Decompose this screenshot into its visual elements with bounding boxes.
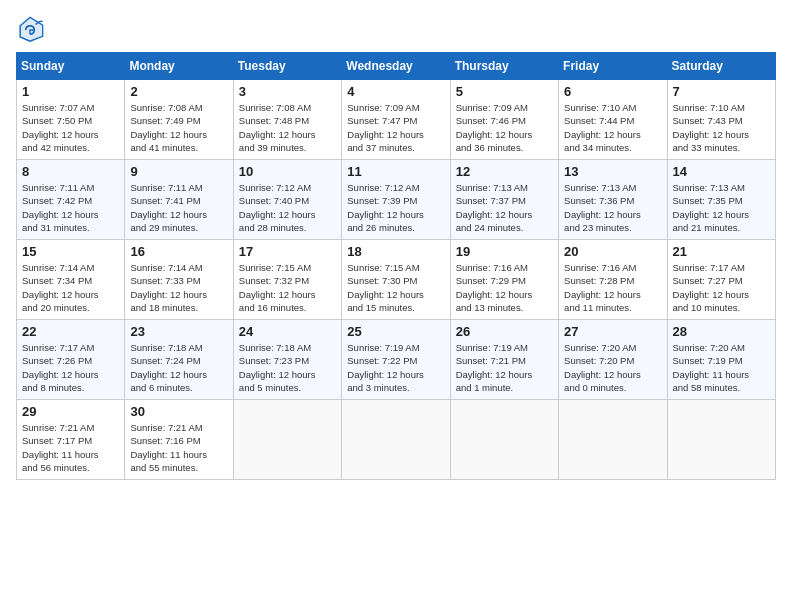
page-header: [16, 16, 776, 44]
day-number: 11: [347, 164, 444, 179]
day-number: 1: [22, 84, 119, 99]
calendar-cell-25: 25Sunrise: 7:19 AMSunset: 7:22 PMDayligh…: [342, 320, 450, 400]
day-info: Sunrise: 7:19 AMSunset: 7:22 PMDaylight:…: [347, 341, 444, 394]
calendar-header-thursday: Thursday: [450, 53, 558, 80]
day-info: Sunrise: 7:17 AMSunset: 7:27 PMDaylight:…: [673, 261, 770, 314]
calendar-cell-11: 11Sunrise: 7:12 AMSunset: 7:39 PMDayligh…: [342, 160, 450, 240]
calendar-cell-27: 27Sunrise: 7:20 AMSunset: 7:20 PMDayligh…: [559, 320, 667, 400]
day-info: Sunrise: 7:15 AMSunset: 7:32 PMDaylight:…: [239, 261, 336, 314]
calendar-cell-28: 28Sunrise: 7:20 AMSunset: 7:19 PMDayligh…: [667, 320, 775, 400]
calendar-cell-30: 30Sunrise: 7:21 AMSunset: 7:16 PMDayligh…: [125, 400, 233, 480]
calendar-cell-13: 13Sunrise: 7:13 AMSunset: 7:36 PMDayligh…: [559, 160, 667, 240]
calendar-header-friday: Friday: [559, 53, 667, 80]
calendar-cell-1: 1Sunrise: 7:07 AMSunset: 7:50 PMDaylight…: [17, 80, 125, 160]
day-number: 25: [347, 324, 444, 339]
calendar-header-tuesday: Tuesday: [233, 53, 341, 80]
day-number: 12: [456, 164, 553, 179]
calendar-header-monday: Monday: [125, 53, 233, 80]
day-info: Sunrise: 7:18 AMSunset: 7:24 PMDaylight:…: [130, 341, 227, 394]
calendar-cell-21: 21Sunrise: 7:17 AMSunset: 7:27 PMDayligh…: [667, 240, 775, 320]
day-info: Sunrise: 7:11 AMSunset: 7:41 PMDaylight:…: [130, 181, 227, 234]
calendar-cell-17: 17Sunrise: 7:15 AMSunset: 7:32 PMDayligh…: [233, 240, 341, 320]
day-info: Sunrise: 7:14 AMSunset: 7:33 PMDaylight:…: [130, 261, 227, 314]
day-number: 21: [673, 244, 770, 259]
calendar-cell-14: 14Sunrise: 7:13 AMSunset: 7:35 PMDayligh…: [667, 160, 775, 240]
day-number: 30: [130, 404, 227, 419]
calendar-cell-12: 12Sunrise: 7:13 AMSunset: 7:37 PMDayligh…: [450, 160, 558, 240]
day-info: Sunrise: 7:13 AMSunset: 7:37 PMDaylight:…: [456, 181, 553, 234]
day-number: 8: [22, 164, 119, 179]
calendar-header-row: SundayMondayTuesdayWednesdayThursdayFrid…: [17, 53, 776, 80]
calendar-cell-19: 19Sunrise: 7:16 AMSunset: 7:29 PMDayligh…: [450, 240, 558, 320]
calendar-week-row-5: 29Sunrise: 7:21 AMSunset: 7:17 PMDayligh…: [17, 400, 776, 480]
calendar-week-row-2: 8Sunrise: 7:11 AMSunset: 7:42 PMDaylight…: [17, 160, 776, 240]
calendar-cell-24: 24Sunrise: 7:18 AMSunset: 7:23 PMDayligh…: [233, 320, 341, 400]
day-info: Sunrise: 7:09 AMSunset: 7:46 PMDaylight:…: [456, 101, 553, 154]
day-info: Sunrise: 7:19 AMSunset: 7:21 PMDaylight:…: [456, 341, 553, 394]
calendar-cell-empty: [450, 400, 558, 480]
day-number: 4: [347, 84, 444, 99]
day-info: Sunrise: 7:12 AMSunset: 7:39 PMDaylight:…: [347, 181, 444, 234]
calendar-cell-29: 29Sunrise: 7:21 AMSunset: 7:17 PMDayligh…: [17, 400, 125, 480]
day-number: 20: [564, 244, 661, 259]
day-info: Sunrise: 7:16 AMSunset: 7:28 PMDaylight:…: [564, 261, 661, 314]
calendar-cell-6: 6Sunrise: 7:10 AMSunset: 7:44 PMDaylight…: [559, 80, 667, 160]
calendar-cell-26: 26Sunrise: 7:19 AMSunset: 7:21 PMDayligh…: [450, 320, 558, 400]
day-info: Sunrise: 7:17 AMSunset: 7:26 PMDaylight:…: [22, 341, 119, 394]
day-number: 13: [564, 164, 661, 179]
day-info: Sunrise: 7:07 AMSunset: 7:50 PMDaylight:…: [22, 101, 119, 154]
calendar-cell-3: 3Sunrise: 7:08 AMSunset: 7:48 PMDaylight…: [233, 80, 341, 160]
day-info: Sunrise: 7:08 AMSunset: 7:49 PMDaylight:…: [130, 101, 227, 154]
calendar-week-row-3: 15Sunrise: 7:14 AMSunset: 7:34 PMDayligh…: [17, 240, 776, 320]
day-info: Sunrise: 7:16 AMSunset: 7:29 PMDaylight:…: [456, 261, 553, 314]
calendar-week-row-4: 22Sunrise: 7:17 AMSunset: 7:26 PMDayligh…: [17, 320, 776, 400]
day-number: 24: [239, 324, 336, 339]
calendar-header-saturday: Saturday: [667, 53, 775, 80]
day-number: 28: [673, 324, 770, 339]
calendar-cell-20: 20Sunrise: 7:16 AMSunset: 7:28 PMDayligh…: [559, 240, 667, 320]
calendar-cell-2: 2Sunrise: 7:08 AMSunset: 7:49 PMDaylight…: [125, 80, 233, 160]
calendar-cell-7: 7Sunrise: 7:10 AMSunset: 7:43 PMDaylight…: [667, 80, 775, 160]
day-info: Sunrise: 7:09 AMSunset: 7:47 PMDaylight:…: [347, 101, 444, 154]
calendar-cell-18: 18Sunrise: 7:15 AMSunset: 7:30 PMDayligh…: [342, 240, 450, 320]
logo-icon: [16, 16, 44, 44]
calendar-cell-9: 9Sunrise: 7:11 AMSunset: 7:41 PMDaylight…: [125, 160, 233, 240]
day-number: 19: [456, 244, 553, 259]
day-number: 14: [673, 164, 770, 179]
calendar-cell-empty: [559, 400, 667, 480]
day-info: Sunrise: 7:10 AMSunset: 7:43 PMDaylight:…: [673, 101, 770, 154]
day-info: Sunrise: 7:20 AMSunset: 7:20 PMDaylight:…: [564, 341, 661, 394]
calendar-week-row-1: 1Sunrise: 7:07 AMSunset: 7:50 PMDaylight…: [17, 80, 776, 160]
day-info: Sunrise: 7:21 AMSunset: 7:17 PMDaylight:…: [22, 421, 119, 474]
day-number: 23: [130, 324, 227, 339]
calendar-cell-22: 22Sunrise: 7:17 AMSunset: 7:26 PMDayligh…: [17, 320, 125, 400]
day-number: 29: [22, 404, 119, 419]
day-info: Sunrise: 7:10 AMSunset: 7:44 PMDaylight:…: [564, 101, 661, 154]
day-info: Sunrise: 7:08 AMSunset: 7:48 PMDaylight:…: [239, 101, 336, 154]
day-number: 10: [239, 164, 336, 179]
day-info: Sunrise: 7:18 AMSunset: 7:23 PMDaylight:…: [239, 341, 336, 394]
calendar-header-sunday: Sunday: [17, 53, 125, 80]
calendar-cell-23: 23Sunrise: 7:18 AMSunset: 7:24 PMDayligh…: [125, 320, 233, 400]
day-number: 2: [130, 84, 227, 99]
calendar-cell-empty: [233, 400, 341, 480]
day-number: 26: [456, 324, 553, 339]
day-number: 17: [239, 244, 336, 259]
day-info: Sunrise: 7:13 AMSunset: 7:35 PMDaylight:…: [673, 181, 770, 234]
day-info: Sunrise: 7:13 AMSunset: 7:36 PMDaylight:…: [564, 181, 661, 234]
calendar-cell-8: 8Sunrise: 7:11 AMSunset: 7:42 PMDaylight…: [17, 160, 125, 240]
day-info: Sunrise: 7:20 AMSunset: 7:19 PMDaylight:…: [673, 341, 770, 394]
day-number: 6: [564, 84, 661, 99]
calendar-table: SundayMondayTuesdayWednesdayThursdayFrid…: [16, 52, 776, 480]
day-number: 27: [564, 324, 661, 339]
logo: [16, 16, 48, 44]
day-number: 22: [22, 324, 119, 339]
day-number: 18: [347, 244, 444, 259]
calendar-cell-4: 4Sunrise: 7:09 AMSunset: 7:47 PMDaylight…: [342, 80, 450, 160]
day-number: 15: [22, 244, 119, 259]
calendar-cell-15: 15Sunrise: 7:14 AMSunset: 7:34 PMDayligh…: [17, 240, 125, 320]
day-number: 9: [130, 164, 227, 179]
calendar-cell-empty: [342, 400, 450, 480]
day-info: Sunrise: 7:11 AMSunset: 7:42 PMDaylight:…: [22, 181, 119, 234]
day-info: Sunrise: 7:15 AMSunset: 7:30 PMDaylight:…: [347, 261, 444, 314]
